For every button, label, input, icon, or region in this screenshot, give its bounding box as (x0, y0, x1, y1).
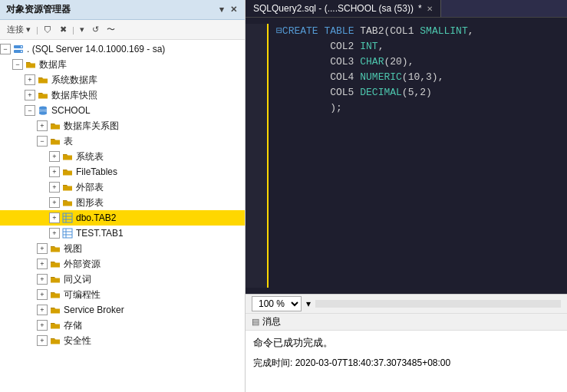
code-area[interactable]: ⊟CREATE TABLE TAB2(COL1 SMALLINT, COL2 I… (269, 24, 567, 288)
tree-item-security[interactable]: +安全性 (0, 333, 245, 348)
sql-editor[interactable]: ⊟CREATE TABLE TAB2(COL1 SMALLINT, COL2 I… (246, 18, 567, 294)
expand-btn-ext-tables[interactable]: + (49, 182, 60, 193)
expand-btn-synonyms[interactable]: + (37, 274, 48, 285)
filter2-icon[interactable]: ▾ (77, 23, 87, 36)
tree-label-ext-tables: 外部表 (76, 180, 104, 194)
tree-label-views: 视图 (64, 242, 82, 255)
tree-label-service-broker: Service Broker (64, 303, 124, 317)
tree-icon-school (37, 104, 49, 117)
tree-icon-programmability (49, 288, 61, 301)
svg-rect-10 (51, 139, 54, 140)
tree-label-graph-tables: 图形表 (76, 196, 104, 209)
monitor-icon[interactable]: 〜 (104, 22, 117, 37)
expand-btn-test-tab1[interactable]: + (49, 228, 60, 239)
tree-item-storage[interactable]: +存储 (0, 318, 245, 333)
panel-title-icons: ▾ ✕ (218, 4, 239, 15)
tree-icon-test-tab1 (61, 227, 74, 239)
tree-item-db-snapshot[interactable]: +数据库快照 (0, 87, 245, 103)
expand-btn-filetables[interactable]: + (49, 166, 60, 177)
expand-btn-service-broker[interactable]: + (37, 305, 48, 315)
tree-label-tables: 表 (64, 134, 73, 148)
svg-rect-23 (51, 246, 54, 247)
svg-rect-13 (63, 185, 67, 186)
tree-icon-sys-tables (61, 150, 74, 163)
expand-btn-system-db[interactable]: + (25, 74, 35, 85)
tree-item-synonyms[interactable]: +同义词 (0, 272, 245, 287)
tree-item-sys-tables[interactable]: +系统表 (0, 149, 245, 164)
expand-btn-dbdiagram[interactable]: + (37, 120, 48, 131)
tree-label-ext-resources: 外部资源 (64, 257, 101, 271)
panel-title-bar: 对象资源管理器 ▾ ✕ (0, 0, 245, 20)
tab-modified-indicator: * (418, 3, 422, 14)
tree-icon-filetables (61, 166, 74, 178)
tree-item-server[interactable]: −. (SQL Server 14.0.1000.169 - sa) (0, 41, 245, 57)
tree-label-filetables: FileTables (76, 165, 117, 179)
tree-item-ext-resources[interactable]: +外部资源 (0, 256, 245, 272)
expand-btn-graph-tables[interactable]: + (49, 197, 60, 208)
tree-icon-ext-resources (49, 258, 61, 270)
tree-icon-server (12, 43, 25, 55)
refresh-icon[interactable]: ↺ (90, 23, 101, 36)
tree-container[interactable]: −. (SQL Server 14.0.1000.169 - sa)−数据库+系… (0, 40, 245, 392)
tree-label-server: . (SQL Server 14.0.1000.169 - sa) (27, 42, 165, 56)
tree-item-ext-tables[interactable]: +外部表 (0, 180, 245, 195)
expand-btn-views[interactable]: + (37, 243, 48, 254)
object-explorer-panel: 对象资源管理器 ▾ ✕ 连接 ▾ | ⛉ ✖ | ▾ ↺ 〜 −. (SQL S… (0, 0, 246, 392)
expand-btn-tables[interactable]: − (37, 136, 48, 147)
tree-item-service-broker[interactable]: +Service Broker (0, 302, 245, 318)
tree-label-test-tab1: TEST.TAB1 (76, 226, 124, 240)
filter-icon[interactable]: ⛉ (41, 24, 54, 36)
tree-label-programmability: 可编程性 (64, 288, 101, 301)
svg-rect-4 (26, 62, 30, 63)
expand-btn-databases[interactable]: − (12, 59, 23, 70)
tree-label-storage: 存储 (64, 318, 82, 332)
expand-btn-security[interactable]: + (37, 335, 48, 346)
svg-rect-19 (63, 229, 72, 238)
expand-btn-server[interactable]: − (0, 44, 11, 54)
tree-icon-service-broker (49, 304, 61, 316)
success-message: 命令已成功完成。 (253, 335, 559, 351)
zoom-select[interactable]: 100 % 75 % 125 % 150 % (252, 296, 302, 311)
tree-item-programmability[interactable]: +可编程性 (0, 287, 245, 302)
tree-item-system-db[interactable]: +系统数据库 (0, 72, 245, 87)
results-tab-label[interactable]: 消息 (262, 315, 281, 328)
expand-btn-programmability[interactable]: + (37, 289, 48, 300)
tree-item-databases[interactable]: −数据库 (0, 57, 245, 72)
tree-icon-tables (49, 135, 61, 147)
svg-rect-6 (38, 93, 42, 94)
sql-tab-active[interactable]: SQLQuery2.sql - (....SCHOOL (sa (53)) * … (246, 0, 441, 17)
tree-item-school[interactable]: −SCHOOL (0, 103, 245, 118)
expand-btn-ext-resources[interactable]: + (37, 259, 48, 269)
expand-btn-dbo-tab2[interactable]: + (49, 212, 60, 223)
dock-icon[interactable]: ✕ (229, 4, 239, 15)
sql-tab-label: SQLQuery2.sql - (....SCHOOL (sa (53)) (253, 3, 414, 14)
tree-item-tables[interactable]: −表 (0, 133, 245, 149)
pin-icon[interactable]: ▾ (218, 4, 226, 15)
tree-item-graph-tables[interactable]: +图形表 (0, 195, 245, 210)
horizontal-scrollbar[interactable] (315, 300, 561, 308)
zoom-dropdown-arrow[interactable]: ▾ (306, 298, 311, 309)
tree-item-filetables[interactable]: +FileTables (0, 164, 245, 180)
results-tabs: ▤ 消息 (246, 314, 567, 331)
tree-label-db-snapshot: 数据库快照 (51, 88, 97, 102)
clear-filter-icon[interactable]: ✖ (58, 23, 69, 36)
tree-icon-views (49, 242, 61, 255)
svg-rect-11 (63, 154, 67, 155)
panel-title: 对象资源管理器 (6, 3, 71, 16)
tree-icon-ext-tables (61, 181, 74, 193)
tab-close-button[interactable]: ✕ (427, 5, 433, 13)
tree-label-databases: 数据库 (39, 58, 67, 71)
tree-item-dbdiagram[interactable]: +数据库关系图 (0, 118, 245, 133)
tree-item-dbo-tab2[interactable]: +dbo.TAB2 (0, 210, 245, 226)
svg-point-3 (21, 51, 22, 52)
tree-icon-synonyms (49, 273, 61, 285)
expand-btn-sys-tables[interactable]: + (49, 151, 60, 162)
connect-button[interactable]: 连接 ▾ (5, 22, 33, 37)
code-line-3: COL3 CHAR(20), (276, 54, 559, 70)
tree-item-test-tab1[interactable]: +TEST.TAB1 (0, 226, 245, 241)
expand-btn-db-snapshot[interactable]: + (25, 90, 35, 100)
expand-btn-school[interactable]: − (25, 105, 35, 116)
tree-item-views[interactable]: +视图 (0, 241, 245, 256)
expand-btn-storage[interactable]: + (37, 320, 48, 331)
tree-icon-db-snapshot (37, 89, 49, 101)
